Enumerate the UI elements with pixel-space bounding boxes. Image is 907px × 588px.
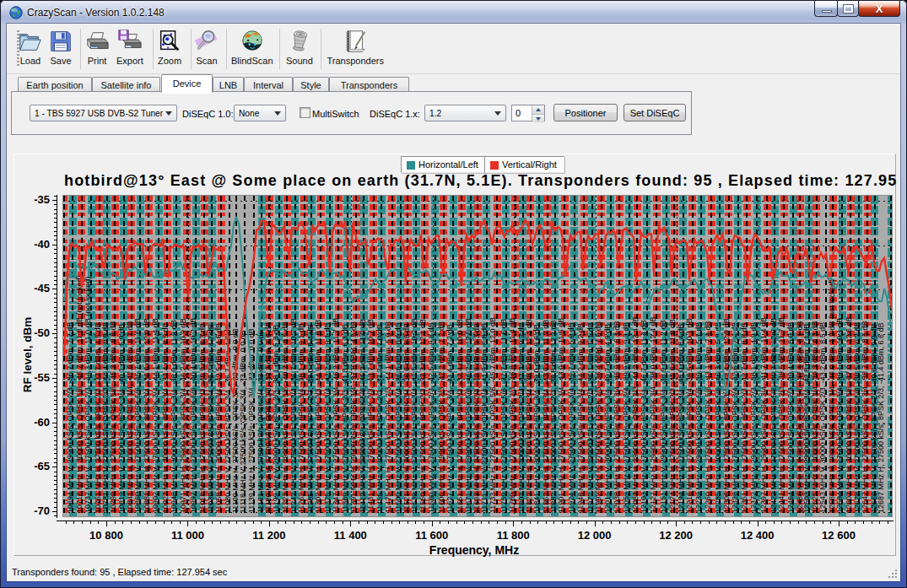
- toolbar-button-transponders[interactable]: Transponders: [323, 25, 388, 73]
- x-tick-minor: [481, 521, 482, 524]
- x-tick-label: 10 800: [81, 529, 132, 542]
- toolbar-button-save[interactable]: Save: [44, 25, 78, 73]
- toolbar-button-scan[interactable]: Scan: [190, 25, 224, 73]
- close-icon: X: [859, 3, 899, 15]
- y-tick-minor: [54, 253, 57, 254]
- y-tick-minor: [54, 316, 57, 316]
- x-tick-minor: [546, 521, 547, 524]
- chevron-down-icon: [165, 111, 172, 116]
- tab-interval[interactable]: Interval: [244, 77, 293, 92]
- y-tick-minor: [54, 511, 57, 512]
- x-tick-minor: [513, 521, 514, 524]
- diseqc1x-label: DiSEqC 1.x:: [370, 109, 420, 119]
- tab-lnb[interactable]: LNB: [213, 77, 244, 92]
- chevron-down-icon: [494, 111, 501, 116]
- maximize-icon: [844, 5, 853, 13]
- y-tick-minor: [54, 218, 57, 218]
- x-tick-minor: [122, 521, 123, 524]
- toolbar-button-load[interactable]: Load: [13, 25, 47, 73]
- device-tab-page: 1 - TBS 5927 USB DVB-S2 Tuner DiSEqC 1.0…: [11, 91, 692, 135]
- x-tick-minor: [164, 521, 165, 524]
- x-tick-minor: [888, 521, 888, 524]
- x-tick-minor: [261, 521, 262, 524]
- x-tick-minor: [269, 521, 270, 524]
- toolbar-button-blindscan[interactable]: BlindScan: [227, 25, 278, 73]
- x-tick-minor: [627, 521, 628, 524]
- diseqc10-select[interactable]: None: [234, 105, 286, 121]
- toolbar-button-zoom[interactable]: Zoom: [153, 25, 186, 73]
- x-tick-minor: [781, 521, 782, 524]
- legend-label-vertical: Vertical/Right: [502, 159, 557, 170]
- diseqc1x-select[interactable]: 1.2: [424, 105, 506, 121]
- notebook-pencil-icon: [343, 29, 368, 54]
- toolbar-button-sound[interactable]: Sound: [282, 25, 317, 73]
- minimize-button[interactable]: [814, 1, 838, 17]
- y-tick-minor: [54, 240, 57, 240]
- window-title: CrazyScan - Version 1.0.2.148: [27, 7, 165, 19]
- y-tick-minor: [54, 458, 57, 459]
- tuner-select[interactable]: 1 - TBS 5927 USB DVB-S2 Tuner: [30, 105, 177, 121]
- y-tick-minor: [54, 311, 57, 312]
- x-tick-minor: [440, 521, 440, 524]
- x-tick-minor: [253, 521, 254, 524]
- legend-vertical[interactable]: Vertical/Right: [484, 156, 564, 173]
- title-bar[interactable]: CrazyScan - Version 1.0.2.148 X: [1, 1, 906, 24]
- y-tick-minor: [54, 391, 57, 392]
- trace-vertical: [64, 221, 892, 395]
- toolbar-button-export[interactable]: Export: [112, 25, 148, 73]
- x-tick-minor: [644, 521, 645, 524]
- fishbowl-icon: [240, 29, 265, 54]
- maximize-button[interactable]: [837, 1, 859, 17]
- x-tick-minor: [684, 521, 685, 524]
- y-tick-minor: [54, 449, 57, 450]
- tab-satellite-info[interactable]: Satellite info: [92, 77, 160, 92]
- stepper-down-icon[interactable]: [532, 114, 544, 122]
- stepper-up-icon[interactable]: [532, 105, 544, 114]
- x-tick-minor: [798, 521, 799, 524]
- x-tick-minor: [343, 521, 343, 524]
- chart-title: hotbird@13° East @ Some place on earth (…: [64, 172, 897, 190]
- y-tick-minor: [54, 515, 57, 516]
- x-tick-label: 12 600: [813, 529, 864, 542]
- toolbar-label-transponders: Transponders: [327, 56, 384, 66]
- positioner-button[interactable]: Positioner: [553, 104, 618, 121]
- toolbar-label-sound: Sound: [286, 56, 313, 66]
- set-diseqc-button[interactable]: Set DiSEqC: [624, 104, 686, 121]
- resize-grip[interactable]: [887, 568, 898, 579]
- x-tick-label: 11 600: [407, 529, 457, 542]
- x-tick-minor: [530, 521, 531, 524]
- x-tick-minor: [635, 521, 636, 524]
- position-stepper[interactable]: 0: [511, 105, 545, 121]
- y-tick-label: -40: [21, 238, 50, 251]
- plot-area[interactable]: 10694 MHz V, 29900 kS/s, QPSK 2/3, -36.7…: [62, 195, 893, 517]
- y-tick-label: -55: [21, 371, 50, 384]
- stepper-buttons[interactable]: [532, 105, 544, 121]
- y-tick-minor: [54, 427, 57, 428]
- x-tick-minor: [115, 521, 116, 524]
- x-tick-minor: [619, 521, 620, 524]
- x-tick-minor: [595, 521, 596, 524]
- minimize-icon: [822, 10, 832, 13]
- multiswitch-checkbox[interactable]: [300, 107, 310, 118]
- y-tick-minor: [54, 382, 57, 383]
- tab-style[interactable]: Style: [293, 77, 329, 92]
- x-tick-label: 11 400: [325, 529, 375, 542]
- x-tick-minor: [171, 521, 172, 524]
- y-tick-minor: [54, 329, 57, 330]
- x-axis-line: [57, 521, 894, 521]
- x-tick-minor: [408, 521, 408, 524]
- tab-device[interactable]: Device: [161, 74, 213, 93]
- toolbar-button-print[interactable]: Print: [80, 25, 114, 73]
- x-tick-minor: [505, 521, 506, 524]
- tab-earth-position[interactable]: Earth position: [18, 77, 92, 92]
- y-tick-minor: [54, 386, 57, 387]
- tab-transponders[interactable]: Transponders: [329, 77, 409, 92]
- x-tick-minor: [847, 521, 848, 524]
- toolbar-separator: [191, 29, 192, 69]
- legend-horizontal[interactable]: Horizontal/Left: [401, 156, 486, 173]
- y-tick-minor: [54, 280, 57, 281]
- y-tick-label: -50: [21, 326, 50, 339]
- x-tick-minor: [602, 521, 603, 524]
- close-button[interactable]: X: [858, 1, 900, 17]
- y-tick-minor: [54, 480, 57, 481]
